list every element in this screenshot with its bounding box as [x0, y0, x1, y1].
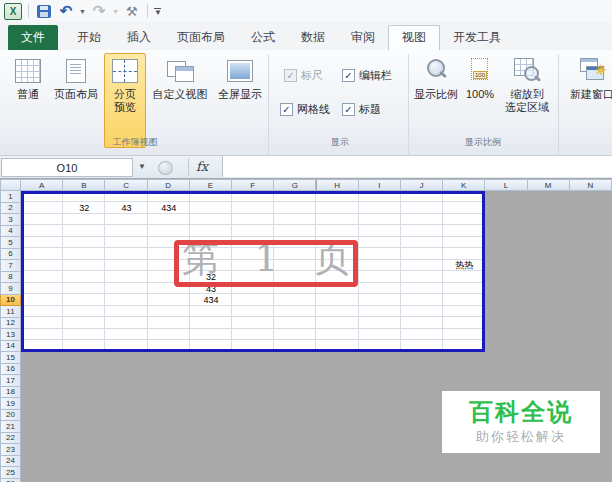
- save-button[interactable]: [35, 3, 53, 19]
- row-header-15[interactable]: 15: [0, 352, 21, 364]
- divider: [28, 4, 29, 18]
- column-header-M[interactable]: M: [528, 179, 570, 191]
- button-label: 自定义视图: [153, 88, 208, 101]
- row-header-8[interactable]: 8: [0, 272, 21, 284]
- button-label-line2: 预览: [114, 101, 136, 114]
- column-header-F[interactable]: F: [232, 179, 274, 191]
- checkbox-label: 编辑栏: [359, 68, 392, 83]
- tab-developer[interactable]: 开发工具: [440, 25, 514, 50]
- customize-tools-icon[interactable]: ⚒: [123, 3, 141, 19]
- row-header-6[interactable]: 6: [0, 249, 21, 261]
- divider: [188, 158, 189, 176]
- zoom-100-icon: 100: [469, 58, 491, 84]
- button-label: 100%: [466, 88, 494, 101]
- cell-D2[interactable]: 434: [148, 203, 190, 215]
- excel-window: X ↶ ▼ ↷ ▼ ⚒ ▼ 文件开始插入页面布局公式数据审阅视图开发工具 普通 …: [0, 0, 612, 482]
- redo-dropdown-icon[interactable]: ▼: [112, 8, 119, 15]
- formula-bar-checkbox[interactable]: ✓ 编辑栏: [342, 68, 392, 83]
- logo-subtitle: 助你轻松解决: [476, 428, 566, 446]
- ruler-checkbox[interactable]: ✓ 标尺: [284, 68, 323, 83]
- column-header-H[interactable]: H: [317, 179, 359, 191]
- column-header-I[interactable]: I: [359, 179, 401, 191]
- column-header-K[interactable]: K: [443, 179, 485, 191]
- row-header-21[interactable]: 21: [0, 421, 21, 433]
- row-header-13[interactable]: 13: [0, 329, 21, 341]
- excel-logo-icon[interactable]: X: [4, 3, 22, 20]
- row-header-4[interactable]: 4: [0, 226, 21, 238]
- gridlines-checkbox[interactable]: ✓ 网格线: [280, 102, 330, 117]
- row-header-5[interactable]: 5: [0, 237, 21, 249]
- full-screen-button[interactable]: 全屏显示: [214, 54, 266, 101]
- custom-views-icon: [167, 59, 193, 83]
- tab-review[interactable]: 审阅: [338, 25, 388, 50]
- headings-checkbox[interactable]: ✓ 标题: [342, 102, 381, 117]
- row-header-7[interactable]: 7: [0, 260, 21, 272]
- cell-B2[interactable]: 32: [63, 203, 105, 215]
- name-box-dropdown-icon[interactable]: ▼: [138, 162, 146, 171]
- column-header-N[interactable]: N: [570, 179, 612, 191]
- tab-insert[interactable]: 插入: [114, 25, 164, 50]
- row-header-20[interactable]: 20: [0, 410, 21, 422]
- row-header-26[interactable]: 26: [0, 479, 21, 482]
- insert-function-icon[interactable]: fx: [196, 159, 208, 174]
- logo-title: 百科全说: [469, 399, 573, 425]
- checkbox-checked-icon: ✓: [342, 103, 355, 116]
- zoom-button[interactable]: 显示比例: [412, 54, 460, 101]
- column-header-L[interactable]: L: [485, 179, 527, 191]
- tab-file[interactable]: 文件: [8, 25, 58, 50]
- row-header-17[interactable]: 17: [0, 375, 21, 387]
- row-header-23[interactable]: 23: [0, 444, 21, 456]
- new-window-button[interactable]: ✳ 新建窗口: [564, 54, 612, 101]
- row-header-11[interactable]: 11: [0, 306, 21, 318]
- row-header-22[interactable]: 22: [0, 433, 21, 445]
- page-break-preview-button[interactable]: 分页 预览: [104, 53, 146, 148]
- cell-C2[interactable]: 43: [105, 203, 147, 215]
- row-header-19[interactable]: 19: [0, 398, 21, 410]
- quick-access-toolbar: X ↶ ▼ ↷ ▼ ⚒ ▼: [4, 2, 162, 20]
- name-box[interactable]: O10: [1, 158, 133, 177]
- column-header-B[interactable]: B: [63, 179, 105, 191]
- cell-E10[interactable]: 434: [190, 295, 232, 307]
- cell-K7[interactable]: 热热: [443, 260, 485, 272]
- formula-input[interactable]: [222, 156, 612, 177]
- row-header-16[interactable]: 16: [0, 364, 21, 376]
- tab-page-layout[interactable]: 页面布局: [164, 25, 238, 50]
- row-header-12[interactable]: 12: [0, 318, 21, 330]
- button-label-line1: 分页: [114, 88, 136, 101]
- checkbox-label: 标尺: [301, 68, 323, 83]
- redo-button[interactable]: ↷: [90, 3, 108, 19]
- undo-dropdown-icon[interactable]: ▼: [79, 8, 86, 15]
- row-header-1[interactable]: 1: [0, 191, 21, 203]
- ribbon: 普通 页面布局 分页 预览 自定义视图 全屏显示 工作簿视图: [0, 50, 612, 156]
- button-label: 普通: [17, 88, 39, 101]
- row-header-18[interactable]: 18: [0, 387, 21, 399]
- tab-data[interactable]: 数据: [288, 25, 338, 50]
- page-layout-view-button[interactable]: 页面布局: [49, 54, 103, 101]
- column-header-A[interactable]: A: [21, 179, 63, 191]
- row-header-10[interactable]: 10: [0, 295, 21, 307]
- column-header-G[interactable]: G: [274, 179, 316, 191]
- zoom-to-selection-button[interactable]: 缩放到 选定区域: [500, 54, 554, 114]
- column-header-E[interactable]: E: [190, 179, 232, 191]
- row-header-3[interactable]: 3: [0, 214, 21, 226]
- column-header-C[interactable]: C: [105, 179, 147, 191]
- undo-button[interactable]: ↶: [57, 3, 75, 19]
- tab-formulas[interactable]: 公式: [238, 25, 288, 50]
- page-break-preview-icon: [112, 59, 138, 83]
- row-header-2[interactable]: 2: [0, 203, 21, 215]
- zoom-100-button[interactable]: 100 100%: [462, 54, 498, 101]
- row-header-14[interactable]: 14: [0, 341, 21, 353]
- tab-view[interactable]: 视图: [388, 25, 440, 50]
- custom-views-button[interactable]: 自定义视图: [147, 54, 213, 101]
- more-commands-icon[interactable]: ▼: [154, 8, 162, 15]
- checkbox-checked-icon: ✓: [280, 103, 293, 116]
- column-header-D[interactable]: D: [148, 179, 190, 191]
- select-all-corner[interactable]: [0, 179, 21, 191]
- button-label: 页面布局: [54, 88, 98, 101]
- row-header-25[interactable]: 25: [0, 467, 21, 479]
- column-header-J[interactable]: J: [401, 179, 443, 191]
- normal-view-button[interactable]: 普通: [8, 54, 48, 101]
- row-header-24[interactable]: 24: [0, 456, 21, 468]
- tab-home[interactable]: 开始: [64, 25, 114, 50]
- row-header-9[interactable]: 9: [0, 283, 21, 295]
